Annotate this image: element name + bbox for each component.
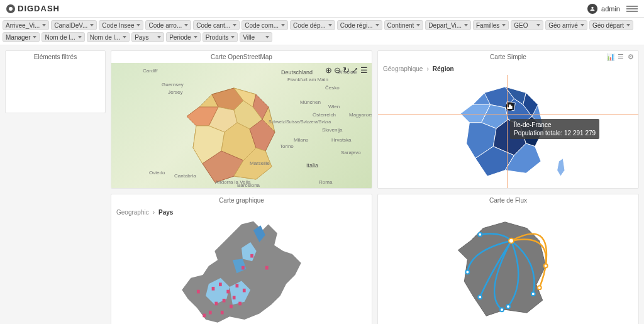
filter-chip[interactable]: Arrivee_Vi... [3,20,49,30]
filter-label: Géo arrivé [548,22,578,29]
osm-france-map [174,72,313,188]
filter-chip[interactable]: Géo arrivé [545,20,587,30]
chevron-down-icon [231,36,235,38]
svg-rect-6 [214,302,218,306]
breadcrumb-level1[interactable]: Geographic [116,209,149,216]
osm-label: Hrvatska [331,137,352,143]
filter-label: Code com... [245,22,279,29]
crosshair-vertical [507,75,508,188]
svg-point-25 [544,264,548,268]
filter-chip[interactable]: Pays [131,32,164,42]
filter-chip[interactable]: Produits [203,32,238,42]
breadcrumb-level2[interactable]: Pays [158,209,173,216]
hamburger-menu-icon[interactable] [626,3,638,14]
svg-rect-5 [223,299,226,303]
filter-label: Ville [243,34,255,41]
osm-label: Österreich [313,112,336,118]
filter-chip[interactable]: Periode [166,32,200,42]
filter-chip[interactable]: GEO [511,20,543,30]
chevron-down-icon [157,36,161,38]
filter-chip[interactable]: Manager [3,32,40,42]
filter-chip[interactable]: Ville [240,32,272,42]
panel-graphique-body[interactable] [111,218,372,324]
panel-filtered-body [6,63,105,113]
panel-flux-body[interactable] [378,206,638,324]
expand-icon[interactable]: ⤢ [352,65,358,75]
filter-bar: Arrivee_Vi...CanalDeV...Code InseeCode a… [0,18,644,45]
chart-type-icon[interactable]: 📊 [607,53,614,60]
panel-filtered-title: Eléments filtrés [6,51,105,63]
panel-flux: Carte de Flux [377,194,639,324]
filter-label: Nom de l... [45,34,75,41]
osm-label: Wien [328,104,340,109]
app-header: DIGDASH admin [0,0,644,18]
chevron-down-icon [281,24,285,26]
chevron-down-icon [502,24,506,26]
osm-label: Roma [319,179,332,185]
filter-chip[interactable]: CanalDeV... [51,20,97,30]
osm-label: Sarajevo [341,150,361,155]
filter-label: GEO [514,22,528,29]
svg-point-24 [531,292,535,296]
tooltip-metric: Population totale: 12 291 279 [514,129,596,137]
filter-label: Arrivee_Vi... [6,22,40,29]
filter-chip[interactable]: Code dép... [290,20,335,30]
brand-logo: DIGDASH [6,4,60,13]
filter-label: Depart_Vi... [428,22,462,29]
filter-chip[interactable]: Nom de l... [87,32,130,42]
osm-label: Cardiff [143,68,157,74]
user-menu[interactable]: admin [587,4,620,14]
osm-label: Marseille [250,160,270,166]
chevron-down-icon [33,36,36,38]
osm-label: Milano [294,137,309,143]
gear-icon[interactable]: ⚙ [627,53,635,60]
filter-chip[interactable]: Code cant... [193,20,240,30]
filter-label: Code dép... [293,22,326,29]
panel-simple-title: Carte Simple 📊 ☰ ⚙ [378,51,638,63]
filter-chip[interactable]: Code Insee [99,20,143,30]
svg-rect-17 [197,290,200,294]
osm-label: Oviedo [149,170,165,176]
chevron-down-icon [78,36,82,38]
osm-label: Cantabria [174,173,196,179]
filter-chip[interactable]: Nom de l... [42,32,84,42]
chevron-down-icon [90,24,94,26]
filter-label: Pays [135,34,148,41]
osm-label: Magyarország [349,112,372,118]
chevron-down-icon [233,24,236,26]
refresh-icon[interactable]: ↻ [343,65,350,75]
svg-point-23 [506,304,510,308]
layers-icon[interactable]: ☰ [360,65,368,75]
svg-rect-12 [242,266,245,270]
chevron-down-icon [536,24,540,26]
breadcrumb-level1[interactable]: Géographique [383,65,423,72]
panel-simple: Carte Simple 📊 ☰ ⚙ Géographique › Région [377,50,639,189]
panel-simple-body[interactable]: Île-de-France Population totale: 12 291 … [378,75,638,188]
filter-chip[interactable]: Depart_Vi... [425,20,471,30]
svg-rect-4 [233,296,236,299]
filter-label: Periode [169,34,191,41]
svg-rect-10 [230,304,233,308]
filter-chip[interactable]: Code com... [242,20,288,30]
panel-graphique: Carte graphique Geographic › Pays [111,194,372,324]
filter-chip[interactable]: Code arro... [145,20,191,30]
breadcrumb-level2[interactable]: Région [433,65,454,72]
filter-label: Nom de l... [90,34,120,41]
filter-chip[interactable]: Familles [473,20,509,30]
filter-chip[interactable]: Géo départ [589,20,633,30]
filter-chip[interactable]: Continent [384,20,424,30]
user-label: admin [601,5,620,13]
tooltip-region-name: Île-de-France [514,121,596,129]
svg-rect-11 [221,311,224,315]
zoom-in-icon[interactable]: ⊕ [325,65,332,75]
filter-label: Code cant... [196,22,230,29]
zoom-out-icon[interactable]: ⊖ [334,65,341,75]
svg-rect-8 [243,289,246,293]
panel-osm-body[interactable]: ⊕ ⊖ ↻ ⤢ ☰ [111,63,372,188]
list-icon[interactable]: ☰ [617,53,625,60]
osm-label: Frankfurt am Main [287,77,328,82]
filter-label: Code Insee [102,22,134,29]
filter-chip[interactable]: Code régi... [337,20,382,30]
chevron-down-icon [416,24,420,26]
avatar-icon [587,4,597,14]
